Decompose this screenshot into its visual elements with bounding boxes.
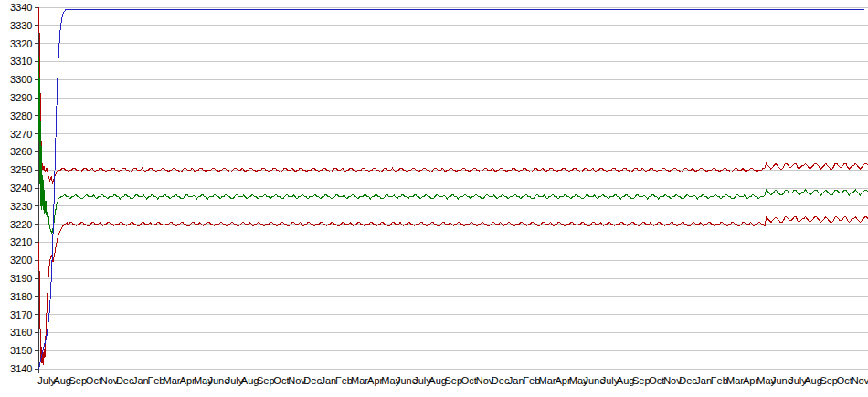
x-tick-label: Oct bbox=[273, 375, 289, 386]
y-tick-label: 3210 bbox=[10, 236, 32, 247]
y-tick-label: 3290 bbox=[10, 92, 32, 103]
x-tick-label: Jan bbox=[695, 375, 712, 386]
x-tick-label: Sep bbox=[69, 375, 88, 386]
x-tick-label: Feb bbox=[147, 375, 164, 386]
y-tick-label: 3160 bbox=[10, 327, 32, 338]
x-tick-label: Oct bbox=[649, 375, 664, 386]
x-tick-label: Mar bbox=[351, 375, 368, 386]
chart-area: 3340333033203310330032903280327032603250… bbox=[0, 0, 868, 397]
chart-canvas: 3340333033203310330032903280327032603250… bbox=[0, 0, 868, 397]
x-tick-label: Jan bbox=[132, 375, 149, 386]
x-tick-label: Sep bbox=[632, 375, 651, 386]
series-line-green-middle bbox=[39, 57, 868, 233]
y-tick-label: 3330 bbox=[10, 20, 32, 31]
y-tick-label: 3340 bbox=[10, 2, 32, 13]
x-tick-label: Feb bbox=[335, 375, 353, 386]
x-axis-labels: JulyAugSepOctNovDecJanFebMarAprMayJuneJu… bbox=[37, 375, 868, 386]
y-tick-label: 3230 bbox=[10, 201, 32, 212]
y-tick-label: 3260 bbox=[10, 146, 32, 157]
x-tick-label: Oct bbox=[837, 375, 852, 386]
series-line-red-lower bbox=[39, 217, 868, 365]
y-tick-label: 3320 bbox=[10, 38, 32, 49]
x-tick-label: Feb bbox=[711, 375, 728, 386]
y-tick-label: 3240 bbox=[10, 183, 32, 193]
y-tick-label: 3200 bbox=[10, 255, 32, 266]
y-tick-label: 3250 bbox=[10, 164, 32, 175]
x-tick-label: Mar bbox=[726, 375, 744, 386]
series-line-red-upper bbox=[39, 7, 868, 183]
y-tick-label: 3190 bbox=[10, 273, 32, 284]
y-tick-label: 3180 bbox=[10, 291, 32, 302]
x-tick-label: Jan bbox=[508, 375, 524, 386]
y-tick-label: 3170 bbox=[10, 309, 32, 320]
x-tick-label: Sep bbox=[257, 375, 275, 386]
y-tick-label: 3310 bbox=[10, 56, 32, 67]
y-tick-label: 3140 bbox=[10, 363, 32, 374]
x-tick-label: Oct bbox=[86, 375, 101, 386]
y-tick-label: 3300 bbox=[10, 74, 32, 85]
y-axis-ticks: 3340333033203310330032903280327032603250… bbox=[10, 2, 38, 374]
x-tick-label: Sep bbox=[444, 375, 462, 386]
y-tick-label: 3280 bbox=[10, 110, 32, 121]
x-tick-label: Jan bbox=[320, 375, 336, 386]
x-tick-label: Sep bbox=[820, 375, 838, 386]
x-tick-label: Mar bbox=[539, 375, 556, 386]
y-tick-label: 3270 bbox=[10, 129, 32, 140]
y-tick-label: 3220 bbox=[10, 219, 32, 230]
gridlines bbox=[39, 7, 868, 369]
x-tick-label: Oct bbox=[461, 375, 477, 386]
x-tick-label: Nov bbox=[852, 375, 868, 386]
x-tick-label: Feb bbox=[523, 375, 540, 386]
y-tick-label: 3150 bbox=[10, 345, 32, 356]
x-tick-label: Mar bbox=[164, 375, 181, 386]
